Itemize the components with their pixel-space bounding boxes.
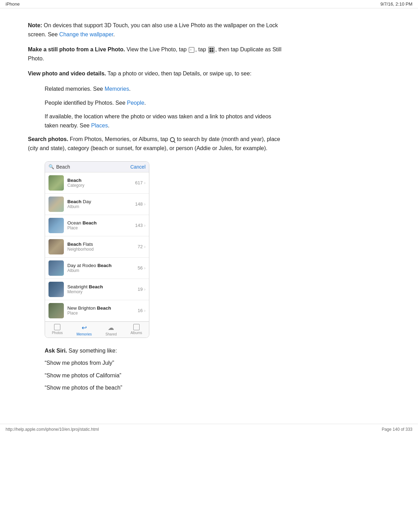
datetime: 9/7/16, 2:10 PM	[380, 1, 412, 7]
ask-siri-text: Say something like:	[67, 348, 117, 354]
result-thumb	[48, 175, 64, 191]
tab-photos[interactable]: Photos	[52, 324, 63, 336]
result-name: New Brighton Beach	[67, 305, 138, 311]
still-photo-paragraph: Make a still photo from a Live Photo. Vi…	[28, 45, 286, 63]
result-name: Beach Day	[67, 199, 135, 204]
result-name: Beach Flats	[67, 242, 138, 247]
results-list: Beach Category 617 › Beach Day Album 148…	[45, 172, 149, 322]
result-info: Beach Day Album	[67, 199, 135, 209]
siri-quote-2: “Show me photos of California”	[45, 371, 286, 380]
result-count: 16	[138, 308, 143, 313]
ask-siri-label: Ask Siri.	[45, 348, 67, 354]
chevron-right-icon: ›	[144, 244, 145, 249]
siri-quote-1: “Show me photos from July”	[45, 359, 286, 368]
result-sub: Album	[67, 268, 138, 273]
view-details-paragraph: View photo and video details. Tap a phot…	[28, 69, 286, 78]
tab-bar: Photos ↩ Memories ☁ Shared Albums	[45, 322, 149, 338]
result-name: Beach	[67, 178, 135, 183]
indent-places-text: If available, the location where the pho…	[45, 113, 271, 128]
tab-shared-label: Shared	[105, 332, 117, 336]
phone-mockup: 🔍 Beach Cancel Beach Category 617 › Beac…	[45, 161, 149, 338]
search-icon	[170, 137, 175, 142]
ask-siri-section: Ask Siri. Say something like: “Show me p…	[45, 346, 286, 392]
result-info: Seabright Beach Memory	[67, 284, 138, 294]
result-row[interactable]: Day at Rodeo Beach Album 56 ›	[45, 258, 149, 279]
result-info: Ocean Beach Place	[67, 220, 135, 230]
ask-siri-paragraph: Ask Siri. Say something like:	[45, 346, 286, 355]
result-row[interactable]: New Brighton Beach Place 16 ›	[45, 300, 149, 322]
result-sub: Category	[67, 183, 135, 188]
result-row[interactable]: Seabright Beach Memory 19 ›	[45, 279, 149, 300]
result-sub: Place	[67, 311, 138, 316]
share-icon	[189, 47, 194, 53]
result-count: 143	[135, 223, 143, 228]
search-bar-icon: 🔍	[48, 164, 54, 169]
note-paragraph: Note: On devices that support 3D Touch, …	[28, 21, 286, 39]
places-link[interactable]: Places	[91, 123, 108, 128]
indent-places: If available, the location where the pho…	[45, 112, 286, 130]
tab-albums[interactable]: Albums	[130, 324, 142, 336]
result-sub: Neighborhood	[67, 247, 138, 252]
result-thumb	[48, 218, 64, 233]
result-thumb	[48, 239, 64, 254]
search-photos-text: From Photos, Memories, or Albums, tap	[68, 136, 170, 142]
chevron-right-icon: ›	[144, 287, 145, 292]
result-sub: Memory	[67, 289, 138, 294]
result-count: 56	[138, 265, 143, 271]
result-info: Beach Category	[67, 178, 135, 188]
result-thumb	[48, 197, 64, 212]
chevron-right-icon: ›	[144, 202, 145, 207]
top-bar: iPhone 9/7/16, 2:10 PM	[0, 0, 418, 8]
indent-memories-text: Related memories. See	[45, 86, 105, 92]
siri-quote-3: “Show me photos of the beach”	[45, 383, 286, 392]
view-details-text: Tap a photo or video, then tap Details, …	[106, 71, 252, 76]
result-row[interactable]: Beach Category 617 ›	[45, 172, 149, 194]
result-name: Ocean Beach	[67, 220, 135, 226]
tab-memories[interactable]: ↩ Memories	[76, 324, 92, 336]
people-link[interactable]: People	[127, 100, 144, 106]
page-number: Page 140 of 333	[382, 427, 412, 432]
still-photo-text: View the Live Photo, tap	[125, 46, 188, 52]
search-input-value[interactable]: Beach	[56, 164, 130, 170]
photos-tab-icon	[54, 324, 60, 330]
view-details-label: View photo and video details.	[28, 71, 106, 76]
note-suffix: .	[113, 31, 115, 37]
result-count: 148	[135, 201, 143, 207]
result-info: Day at Rodeo Beach Album	[67, 263, 138, 273]
result-thumb	[48, 282, 64, 297]
result-row[interactable]: Beach Flats Neighborhood 72 ›	[45, 236, 149, 258]
tab-albums-label: Albums	[130, 331, 142, 335]
result-name: Seabright Beach	[67, 284, 138, 289]
albums-tab-icon	[133, 324, 140, 330]
search-bar[interactable]: 🔍 Beach Cancel	[45, 162, 149, 172]
result-thumb	[48, 260, 64, 276]
result-name: Day at Rodeo Beach	[67, 263, 138, 268]
shared-tab-icon: ☁	[108, 324, 114, 332]
chevron-right-icon: ›	[144, 180, 145, 185]
memories-link[interactable]: Memories	[105, 86, 129, 92]
duplicate-icon	[208, 47, 215, 53]
indent-memories: Related memories. See Memories.	[45, 84, 286, 94]
tab-shared[interactable]: ☁ Shared	[105, 324, 117, 336]
chevron-right-icon: ›	[144, 308, 145, 313]
chevron-right-icon: ›	[144, 266, 145, 271]
result-info: New Brighton Beach Place	[67, 305, 138, 316]
memories-tab-icon: ↩	[82, 324, 87, 332]
result-thumb	[48, 303, 64, 318]
result-count: 19	[138, 287, 143, 292]
result-sub: Place	[67, 226, 135, 230]
search-photos-label: Search photos.	[28, 136, 68, 142]
result-row[interactable]: Beach Day Album 148 ›	[45, 194, 149, 215]
change-wallpaper-link[interactable]: Change the wallpaper	[59, 31, 113, 37]
indent-people: People identified by Photos. See People.	[45, 98, 286, 108]
bottom-bar: http://help.apple.com/iphone/10/en.lproj…	[0, 424, 418, 435]
note-label: Note:	[28, 22, 42, 28]
result-row[interactable]: Ocean Beach Place 143 ›	[45, 215, 149, 236]
search-photos-paragraph: Search photos. From Photos, Memories, or…	[28, 135, 286, 153]
cancel-button[interactable]: Cancel	[130, 164, 145, 170]
chevron-right-icon: ›	[144, 223, 145, 228]
tab-memories-label: Memories	[76, 332, 92, 336]
result-info: Beach Flats Neighborhood	[67, 242, 138, 252]
result-count: 72	[138, 244, 143, 249]
result-sub: Album	[67, 204, 135, 209]
